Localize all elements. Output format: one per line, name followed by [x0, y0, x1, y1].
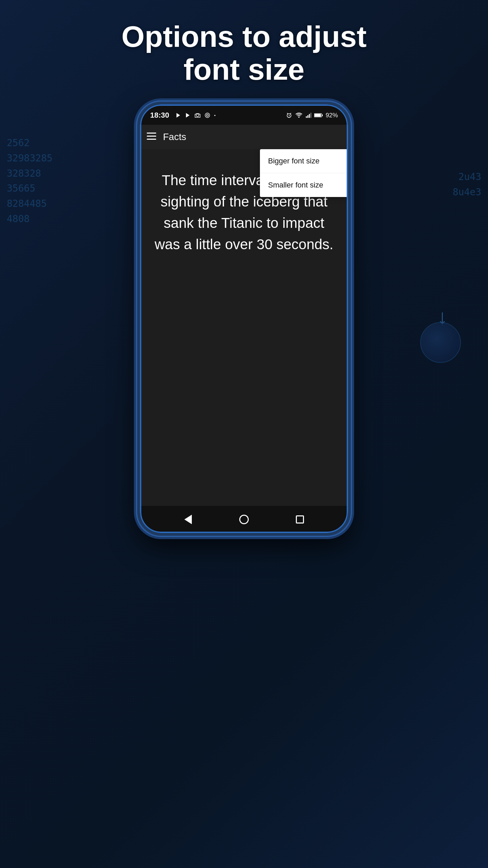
svg-rect-14 — [309, 114, 310, 118]
alarm-icon — [286, 112, 292, 119]
app-title: Facts — [163, 132, 186, 142]
svg-rect-19 — [147, 133, 156, 134]
svg-point-11 — [298, 117, 300, 118]
home-icon — [239, 515, 249, 524]
status-time: 18:30 — [150, 111, 169, 120]
status-bar: 18:30 — [140, 104, 348, 125]
svg-rect-12 — [306, 116, 307, 118]
battery-percent: 92% — [326, 112, 338, 119]
smaller-font-menu-item[interactable]: Smaller font size — [260, 173, 348, 197]
app-bar: Facts Bigger font size Smaller font size — [140, 125, 348, 149]
status-icons-right: 92% — [286, 112, 338, 119]
hamburger-icon — [147, 133, 156, 140]
home-button[interactable] — [234, 509, 254, 530]
svg-rect-20 — [147, 136, 156, 137]
back-button[interactable] — [178, 509, 198, 530]
signal-icon — [305, 112, 311, 118]
target-icon — [204, 112, 210, 118]
svg-rect-21 — [147, 139, 156, 140]
battery-icon — [314, 113, 323, 118]
wifi-icon — [295, 112, 303, 118]
bg-text-right: 2u438u4e3 — [453, 170, 481, 200]
bg-text-left: 2562329832853283283566582844854808 — [7, 136, 53, 227]
svg-rect-18 — [322, 114, 323, 116]
camera-icon — [194, 112, 201, 118]
status-left: 18:30 — [150, 111, 216, 120]
phone-screen: 18:30 — [140, 104, 348, 533]
bg-decoration — [420, 322, 461, 363]
svg-rect-13 — [307, 115, 308, 118]
svg-line-8 — [289, 116, 290, 116]
dot-indicator: · — [214, 112, 216, 119]
phone-device: 18:30 — [137, 102, 351, 536]
status-icons-left: · — [175, 112, 216, 119]
promo-title: Options to adjust font size — [0, 20, 488, 86]
bigger-font-menu-item[interactable]: Bigger font size — [260, 149, 348, 173]
svg-marker-0 — [177, 113, 180, 118]
svg-marker-1 — [186, 113, 190, 118]
dropdown-menu: Bigger font size Smaller font size — [260, 149, 348, 197]
recents-button[interactable] — [290, 509, 310, 530]
nav-bar — [140, 506, 348, 533]
hamburger-menu-button[interactable] — [147, 132, 156, 142]
svg-rect-15 — [310, 113, 311, 118]
content-area: The time interval from first sighting of… — [140, 149, 348, 506]
svg-rect-17 — [314, 114, 321, 117]
recents-icon — [296, 515, 304, 524]
svg-point-5 — [207, 115, 208, 116]
phone-outer: 18:30 — [137, 102, 351, 536]
svg-line-10 — [290, 113, 291, 114]
play-icon-2 — [185, 112, 191, 118]
svg-line-9 — [287, 113, 288, 114]
back-icon — [184, 515, 192, 524]
svg-point-2 — [197, 114, 199, 117]
play-icon-1 — [175, 112, 181, 118]
